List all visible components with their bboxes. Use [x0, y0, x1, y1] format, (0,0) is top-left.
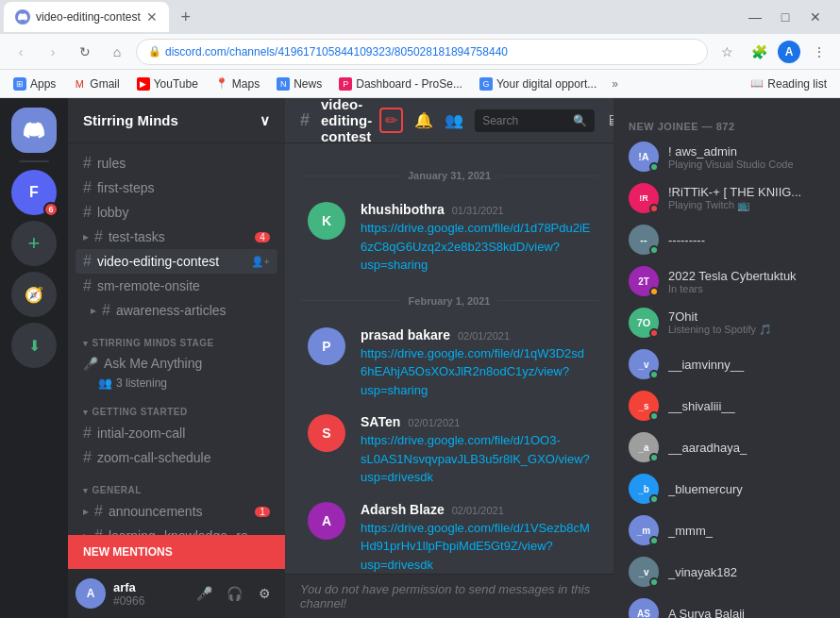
server-icon-add[interactable]: +: [11, 221, 57, 266]
member-item[interactable]: 7O 7Ohit Listening to Spotify 🎵: [621, 302, 832, 343]
member-item[interactable]: _b _bluemercury: [621, 468, 832, 509]
extensions-button[interactable]: 🧩: [746, 39, 772, 65]
active-tab[interactable]: video-editing-contest ✕: [4, 2, 169, 32]
member-item[interactable]: _v __iamvinny__: [621, 343, 832, 385]
server-icon-download[interactable]: ⬇: [11, 323, 57, 368]
member-name: ---------: [668, 233, 825, 247]
bookmark-gmail[interactable]: M Gmail: [67, 74, 125, 94]
google-icon: G: [479, 77, 493, 91]
message-timestamp: 02/01/2021: [458, 330, 510, 342]
member-item[interactable]: AS A Surya Balaji: [621, 593, 832, 618]
bookmark-youtube[interactable]: ▶ YouTube: [131, 74, 204, 94]
member-name: _bluemercury: [668, 482, 825, 496]
bookmark-news[interactable]: N News: [271, 74, 328, 94]
message-timestamp: 01/31/2021: [452, 205, 504, 216]
channel-item-rules[interactable]: # rules: [76, 151, 277, 175]
message-link[interactable]: https://drive.google.com/file/d/1VSezb8c…: [361, 521, 590, 572]
home-button[interactable]: ⌂: [104, 39, 130, 65]
bookmark-dashboard[interactable]: P Dashboard - ProSe...: [333, 74, 468, 94]
dashboard-icon: P: [339, 77, 352, 91]
member-item[interactable]: 2T 2022 Tesla Cybertuktuk In tears: [621, 260, 832, 302]
hash-icon: #: [83, 204, 92, 221]
edit-pin-button[interactable]: ✏: [379, 108, 403, 133]
channel-item-intial-zoom-call[interactable]: # intial-zoom-call: [76, 421, 277, 445]
message-timestamp: 02/01/2021: [452, 505, 504, 516]
category-getting-started[interactable]: ▾ GETTING STARTED: [76, 392, 277, 421]
mute-button[interactable]: 🎤: [191, 580, 217, 607]
tab-close-button[interactable]: ✕: [146, 9, 158, 25]
channel-item-learning[interactable]: ▸ # learning--knowledge--re...: [76, 524, 277, 535]
reading-list-button[interactable]: 📖 Reading list: [745, 74, 832, 94]
member-item[interactable]: !A ! aws_admin Playing Visual Studio Cod…: [621, 136, 832, 177]
discord-home-button[interactable]: [11, 108, 57, 153]
username: arfa: [113, 580, 183, 594]
member-info: __iamvinny__: [668, 358, 825, 372]
bookmark-dashboard-label: Dashboard - ProSe...: [356, 77, 462, 91]
minimize-button[interactable]: —: [742, 4, 768, 30]
address-bar[interactable]: 🔒 discord.com/channels/41961710584410932…: [136, 39, 708, 65]
user-controls: 🎤 🎧 ⚙: [191, 580, 277, 607]
close-browser-button[interactable]: ✕: [802, 4, 829, 30]
message-link[interactable]: https://drive.google.com/file/d/1d78Pdu2…: [361, 221, 591, 272]
server-header[interactable]: Stirring Minds ∨: [68, 98, 285, 143]
member-item[interactable]: !R !RiTTiK-+ [ THE KNIIG... Playing Twit…: [621, 177, 832, 219]
channel-item-first-steps[interactable]: # first-steps: [76, 175, 277, 200]
maximize-button[interactable]: □: [772, 4, 798, 30]
avatar: A: [308, 502, 345, 540]
message-link[interactable]: https://drive.google.com/file/d/1qW3D2sd…: [361, 346, 584, 397]
menu-button[interactable]: ⋮: [806, 39, 832, 65]
apps-icon: ⊞: [13, 77, 26, 91]
member-item[interactable]: _v _vinayak182: [621, 551, 832, 593]
channel-item-sm-remote-onsite[interactable]: # sm-remote-onsite: [76, 274, 277, 298]
settings-button[interactable]: ⚙: [251, 580, 277, 607]
avatar: 2T: [629, 266, 659, 296]
chevron-down-icon: ∨: [260, 112, 270, 129]
avatar: !R: [629, 183, 659, 213]
category-stirring-minds-stage[interactable]: ▾ STIRRING MINDS STAGE: [76, 323, 277, 352]
new-mentions-button[interactable]: NEW MENTIONS: [68, 535, 285, 569]
members-button[interactable]: 👥: [445, 111, 463, 129]
back-button[interactable]: ‹: [8, 39, 34, 65]
refresh-button[interactable]: ↻: [72, 39, 98, 65]
forward-button[interactable]: ›: [40, 39, 66, 65]
message-author: SATen: [361, 414, 400, 429]
message-header: Adarsh Blaze 02/01/2021: [361, 502, 591, 517]
profile-button[interactable]: A: [778, 41, 800, 63]
new-tab-button[interactable]: +: [173, 4, 199, 30]
more-bookmarks-button[interactable]: »: [608, 77, 622, 91]
hash-icon: #: [94, 228, 103, 245]
bookmark-button[interactable]: ☆: [714, 39, 740, 65]
search-input[interactable]: [482, 114, 567, 127]
bookmark-maps[interactable]: 📍 Maps: [210, 74, 265, 94]
category-general[interactable]: ▾ GENERAL: [76, 470, 277, 499]
bookmark-google[interactable]: G Your digital opport...: [474, 74, 602, 94]
bookmark-news-label: News: [294, 77, 322, 91]
message-link[interactable]: https://drive.google.com/file/d/1OO3-sL0…: [361, 433, 590, 484]
chat-header-actions: ✏ 🔔 👥 🔍 🖥 ❓: [379, 108, 651, 133]
avatar: P: [308, 327, 345, 365]
stage-channel-ask-me-anything[interactable]: 🎤 Ask Me Anything: [76, 352, 277, 375]
channel-item-zoom-call-schedule[interactable]: # zoom-call-schedule: [76, 445, 277, 470]
channel-item-announcements[interactable]: ▸ # announcements 1: [76, 499, 277, 524]
message-group: A Adarsh Blaze 02/01/2021 https://drive.…: [300, 500, 598, 575]
bookmarks-toolbar: ⊞ Apps M Gmail ▶ YouTube 📍 Maps N News P…: [0, 70, 840, 98]
notifications-button[interactable]: 🔔: [414, 111, 433, 129]
server-icon-f[interactable]: F 6: [11, 170, 57, 215]
member-item[interactable]: _s __shivaliii__: [621, 385, 832, 426]
bookmark-apps[interactable]: ⊞ Apps: [8, 74, 61, 94]
member-item[interactable]: _a __aaradhaya_: [621, 426, 832, 468]
channel-item-video-editing-contest[interactable]: # video-editing-contest 👤+: [76, 249, 277, 274]
channel-item-awareness-articles[interactable]: ▸ # awareness-articles: [76, 298, 277, 323]
hash-icon: #: [83, 253, 92, 270]
search-box[interactable]: 🔍: [475, 109, 595, 132]
channel-item-test-tasks[interactable]: ▸ # test-tasks 4: [76, 225, 277, 249]
deafen-button[interactable]: 🎧: [221, 580, 247, 607]
channel-item-lobby[interactable]: # lobby: [76, 200, 277, 225]
avatar: _v: [629, 349, 659, 379]
member-activity: Playing Visual Studio Code: [668, 159, 825, 170]
member-item[interactable]: _m _mmm_: [621, 509, 832, 551]
member-item[interactable]: -- ---------: [621, 219, 832, 260]
server-icon-explore[interactable]: 🧭: [11, 272, 57, 317]
message-header: prasad bakare 02/01/2021: [361, 327, 591, 342]
member-name: 7Ohit: [668, 309, 825, 324]
